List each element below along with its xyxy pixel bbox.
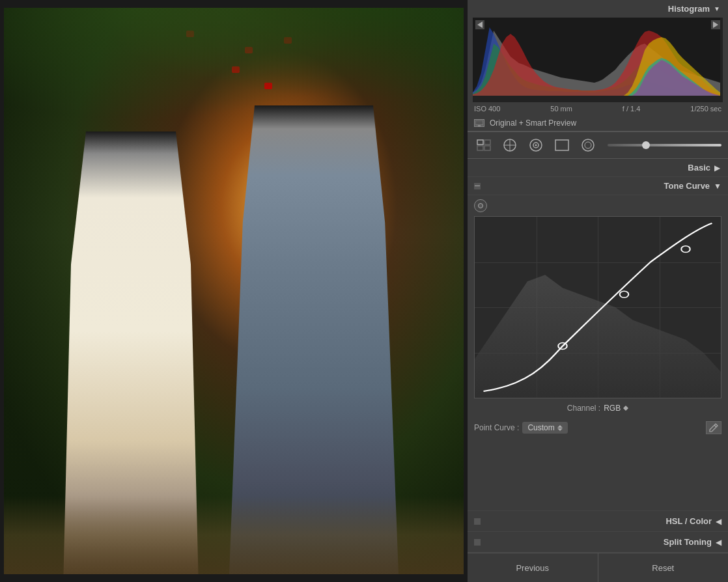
previous-button[interactable]: Previous [468, 553, 598, 582]
svg-rect-4 [477, 146, 483, 150]
basic-label: Basic [688, 163, 710, 173]
rect-mask-btn[interactable] [552, 137, 572, 153]
svg-point-14 [585, 142, 591, 148]
tc-point-arrows-icon [557, 425, 563, 431]
histogram-section: Histogram ▼ ISO 400 50 mm f / 1.4 1/250 … [468, 0, 728, 132]
hsl-title: HSL / Color [487, 516, 712, 526]
right-panel: Histogram ▼ ISO 400 50 mm f / 1.4 1/250 … [468, 0, 728, 582]
exif-shutter: 1/250 sec [690, 105, 721, 113]
tc-channel-selector[interactable]: RGB [604, 404, 628, 413]
slider-thumb[interactable] [642, 141, 650, 149]
monitor-icon [475, 120, 483, 126]
clipping-left-arrow-icon [477, 21, 483, 28]
tc-control-pt-3[interactable] [681, 246, 690, 253]
histogram-graph [473, 18, 720, 96]
histogram-clipping-right-btn[interactable] [711, 20, 720, 29]
loupe-tool-btn[interactable] [474, 137, 494, 153]
pen-icon [709, 423, 718, 432]
photo-bg [4, 8, 464, 574]
rect-mask-icon [555, 139, 569, 151]
histogram-header: Histogram ▼ [468, 0, 728, 18]
clip-indicator [232, 66, 240, 73]
st-expand-icon: ◀ [716, 538, 721, 547]
photo-container [4, 8, 464, 574]
tc-target-btn[interactable] [474, 199, 487, 212]
svg-rect-2 [477, 140, 483, 145]
tc-point-curve-value: Custom [527, 423, 554, 432]
clipping-right-arrow-icon [713, 21, 718, 28]
hsl-expand-icon: ◀ [716, 517, 721, 526]
svg-rect-1 [478, 125, 481, 126]
tc-collapse-btn[interactable] [474, 183, 481, 189]
tone-curve-header: Tone Curve ▼ [468, 177, 728, 195]
split-toning-title: Split Toning [487, 537, 712, 547]
tc-edit-pen-btn[interactable] [706, 421, 721, 434]
svg-rect-0 [475, 120, 483, 125]
smart-preview-label: Original + Smart Preview [490, 118, 576, 128]
tc-channel-label: Channel : [567, 404, 600, 413]
svg-point-11 [535, 145, 537, 146]
crop-tool-btn[interactable] [500, 137, 520, 153]
channel-down-arrow-icon [623, 408, 628, 411]
tc-point-curve-row: Point Curve : Custom [468, 418, 728, 439]
tc-target-icon [478, 203, 483, 208]
smart-preview-bar: Original + Smart Preview [468, 115, 728, 132]
exif-iso: ISO 400 [474, 105, 500, 113]
exif-aperture: f / 1.4 [623, 105, 641, 113]
svg-point-13 [582, 139, 594, 151]
hsl-section[interactable]: HSL / Color ◀ [468, 510, 728, 532]
tc-control-pt-2[interactable] [620, 291, 629, 298]
photo-panel [0, 0, 468, 582]
histogram-canvas [473, 18, 723, 102]
histogram-expand-icon[interactable]: ▼ [714, 5, 720, 12]
svg-rect-5 [484, 146, 490, 150]
exif-bar: ISO 400 50 mm f / 1.4 1/250 sec [468, 102, 728, 115]
spot-icon [529, 138, 543, 152]
bottom-buttons: Previous Reset [468, 553, 728, 582]
minus-icon [475, 186, 480, 186]
grid-icon [477, 139, 491, 151]
tools-bar [468, 132, 728, 159]
svg-rect-3 [484, 140, 490, 145]
gradient-filter-btn[interactable] [578, 137, 598, 153]
smart-preview-icon [474, 119, 484, 127]
tc-point-curve-label: Point Curve : [474, 423, 519, 432]
tc-channel-row: Channel : RGB [468, 398, 728, 418]
tools-slider[interactable] [608, 144, 721, 146]
clip-indicator [245, 47, 253, 53]
exif-focal: 50 mm [550, 105, 572, 113]
tc-expand-icon: ▼ [714, 182, 721, 191]
circle-icon [581, 138, 595, 152]
clip-indicator [284, 37, 292, 44]
svg-rect-12 [555, 140, 568, 150]
crop-icon [503, 138, 517, 152]
hsl-collapse-btn[interactable] [474, 518, 481, 525]
tone-curve-title: Tone Curve [487, 181, 710, 191]
st-collapse-btn[interactable] [474, 539, 481, 546]
point-up-arrow-icon [557, 425, 563, 428]
histogram-title: Histogram [668, 4, 710, 14]
histogram-clipping-left-btn[interactable] [475, 20, 484, 29]
tc-channel-value: RGB [604, 404, 621, 413]
tc-graph[interactable] [474, 216, 721, 398]
tc-curve-svg [475, 217, 721, 398]
spot-heal-btn[interactable] [526, 137, 546, 153]
basic-expand-icon: ▶ [714, 163, 720, 173]
clip-indicator [186, 31, 194, 37]
svg-marker-15 [475, 275, 721, 398]
svg-line-16 [714, 425, 716, 427]
tone-curve-section: Tone Curve ▼ [468, 177, 728, 510]
reset-button[interactable]: Reset [598, 553, 729, 582]
clip-indicator [264, 83, 272, 89]
tc-point-curve-selector[interactable]: Custom [522, 422, 567, 434]
tc-channel-arrows-icon [623, 406, 628, 411]
point-down-arrow-icon [557, 428, 563, 431]
split-toning-section[interactable]: Split Toning ◀ [468, 532, 728, 553]
basic-section[interactable]: Basic ▶ [468, 159, 728, 177]
